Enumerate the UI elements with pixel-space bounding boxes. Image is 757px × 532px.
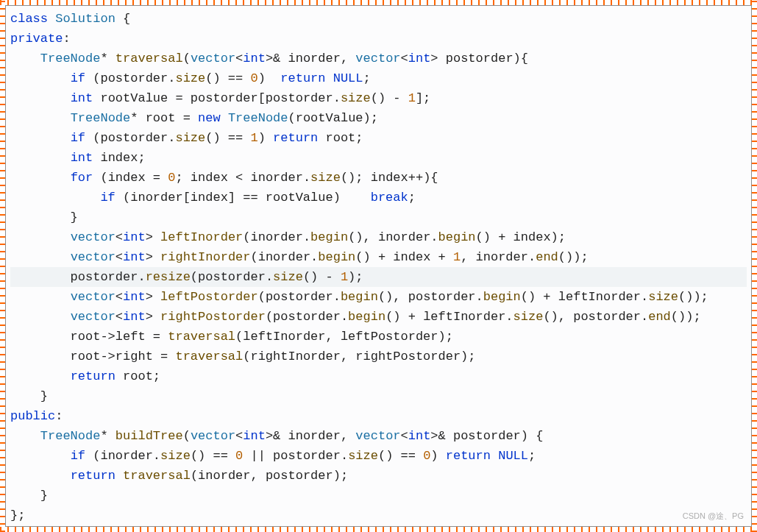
- code-frame: class Solution { private: TreeNode* trav…: [0, 0, 757, 532]
- code-area: class Solution { private: TreeNode* trav…: [5, 5, 752, 527]
- code-block: class Solution { private: TreeNode* trav…: [6, 6, 751, 527]
- watermark: CSDN @途、PG: [683, 511, 744, 522]
